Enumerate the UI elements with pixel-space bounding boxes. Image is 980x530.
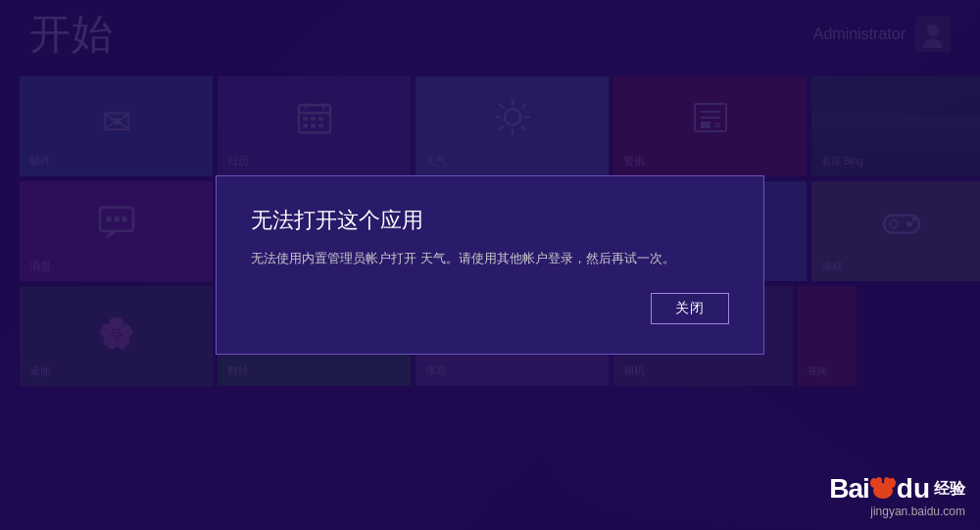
- modal-box: 无法打开这个应用 无法使用内置管理员帐户打开 天气。请使用其他帐户登录，然后再试…: [216, 175, 764, 355]
- baidu-watermark: Bai du 经验 jingyan.baidu.com: [829, 473, 965, 518]
- svg-point-57: [884, 477, 890, 485]
- baidu-brand: Bai: [829, 473, 869, 505]
- baidu-paw: [869, 477, 897, 501]
- baidu-exp: 经验: [934, 479, 965, 500]
- baidu-brand2: du: [897, 473, 930, 505]
- svg-point-56: [876, 477, 882, 485]
- modal-body: 无法使用内置管理员帐户打开 天气。请使用其他帐户登录，然后再试一次。: [251, 249, 729, 269]
- modal-footer: 关闭: [251, 293, 729, 324]
- modal-title: 无法打开这个应用: [251, 206, 729, 235]
- modal-overlay: 无法打开这个应用 无法使用内置管理员帐户打开 天气。请使用其他帐户登录，然后再试…: [0, 0, 980, 530]
- close-button[interactable]: 关闭: [651, 293, 729, 324]
- baidu-url: jingyan.baidu.com: [870, 505, 965, 518]
